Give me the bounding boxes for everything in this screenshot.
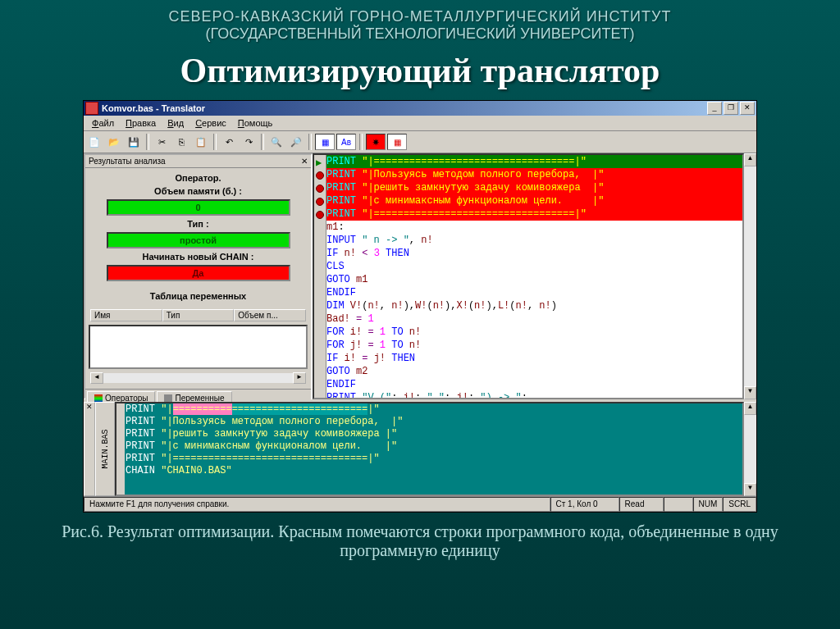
view-mode-2-icon[interactable]: Aв — [336, 134, 356, 150]
code-line[interactable]: PRINT "|с минимаксным функционалом цели.… — [326, 194, 742, 207]
code-line[interactable]: ENDIF — [326, 286, 742, 299]
paste-icon[interactable]: 📋 — [192, 133, 210, 151]
replace-icon[interactable]: 🔎 — [287, 133, 305, 151]
code-line[interactable]: PRINT "|Пользуясь методом полного перебо… — [326, 168, 742, 181]
menu-service[interactable]: Сервис — [190, 117, 231, 129]
minimize-button[interactable]: _ — [707, 102, 722, 115]
col-mem[interactable]: Объем п... — [234, 309, 306, 321]
panel-close-icon[interactable]: ✕ — [301, 157, 308, 166]
code-line[interactable]: PRINT "V ("; i!; ","; j!; ") -> "; — [326, 391, 742, 399]
code-line[interactable]: IF n! < 3 THEN — [326, 247, 742, 260]
slide-title: Оптимизирующий транслятор — [0, 47, 840, 100]
scroll-up-icon[interactable]: ▲ — [744, 402, 756, 415]
optimize-icon[interactable]: ✷ — [366, 134, 386, 150]
vartable-header: Имя Тип Объем п... — [90, 309, 306, 321]
code-line[interactable]: GOTO m2 — [326, 365, 742, 378]
code-vscrollbar[interactable]: ▲ ▼ — [744, 153, 756, 399]
copy-icon[interactable]: ⎘ — [172, 133, 190, 151]
figure-caption: Рис.6. Результат оптимизации. Красным по… — [0, 513, 840, 560]
window-title: Komvor.bas - Translator — [102, 103, 707, 113]
status-num: NUM — [693, 497, 724, 512]
status-position: Ст 1, Кол 0 — [550, 497, 619, 512]
breakpoint-icon[interactable] — [316, 171, 324, 180]
toolbar: 📄 📂 💾 ✂ ⎘ 📋 ↶ ↷ 🔍 🔎 ▦ Aв ✷ ▦ — [84, 131, 756, 153]
slide-header: СЕВЕРО-КАВКАЗСКИЙ ГОРНО-МЕТАЛЛУРГИЧЕСКИЙ… — [0, 0, 840, 47]
scroll-right-icon[interactable]: ► — [293, 372, 306, 384]
code-line[interactable]: IF i! = j! THEN — [326, 352, 742, 365]
menu-view[interactable]: Вид — [162, 117, 189, 129]
col-name[interactable]: Имя — [90, 309, 162, 321]
chain-label: Начинать новый CHAIN : — [143, 252, 254, 262]
new-icon[interactable]: 📄 — [85, 133, 103, 151]
scroll-down-icon[interactable]: ▼ — [744, 386, 756, 399]
memory-label: Объем памяти (б.) : — [154, 186, 242, 196]
code-line[interactable]: FOR j! = 1 TO n! — [326, 339, 742, 352]
output-line[interactable]: PRINT "|решить замкнутую задачу комивояж… — [126, 428, 742, 440]
output-side-tab[interactable]: MAIN.BAS — [95, 402, 115, 496]
code-line[interactable]: DIM V!(n!, n!),W!(n!),X!(n!),L!(n!, n!) — [326, 299, 742, 312]
output-code[interactable]: PRINT "|================================… — [115, 402, 744, 496]
output-line[interactable]: PRINT "|================================… — [126, 403, 742, 416]
operators-icon — [94, 394, 103, 403]
scroll-up-icon[interactable]: ▲ — [744, 153, 756, 166]
view-mode-1-icon[interactable]: ▦ — [315, 134, 335, 150]
type-label: Тип : — [187, 219, 208, 229]
type-value: простой — [107, 232, 290, 248]
breakpoint-icon[interactable] — [316, 198, 324, 206]
hscrollbar[interactable]: ◄ ► — [90, 372, 306, 384]
scroll-down-icon[interactable]: ▼ — [744, 483, 756, 496]
menu-edit[interactable]: Правка — [121, 117, 161, 129]
open-icon[interactable]: 📂 — [105, 133, 123, 151]
code-line[interactable]: GOTO m1 — [326, 273, 742, 286]
code-line[interactable]: CLS — [326, 260, 742, 273]
code-editor[interactable]: ▶PRINT "|===============================… — [313, 153, 744, 399]
run-icon[interactable]: ▦ — [387, 134, 407, 150]
current-line-icon: ▶ — [316, 157, 322, 170]
chain-value: Да — [107, 265, 290, 281]
status-mode: Read — [619, 497, 664, 512]
statusbar: Нажмите F1 для получения справки. Ст 1, … — [84, 496, 756, 512]
restore-button[interactable]: ❐ — [724, 102, 738, 115]
output-line[interactable]: PRINT "|Пользуясь методом полного перебо… — [126, 416, 742, 428]
output-line[interactable]: PRINT "|================================… — [126, 453, 742, 465]
breakpoint-icon[interactable] — [316, 211, 324, 219]
code-line[interactable]: PRINT "|================================… — [326, 207, 742, 221]
titlebar[interactable]: Komvor.bas - Translator _ ❐ ✕ — [84, 101, 756, 116]
vartable-body[interactable] — [89, 325, 308, 369]
vartable-label: Таблица переменных — [150, 291, 246, 301]
output-line[interactable]: CHAIN "CHAIN0.BAS" — [126, 465, 742, 477]
redo-icon[interactable]: ↷ — [240, 133, 258, 151]
memory-value: 0 — [107, 199, 290, 216]
undo-icon[interactable]: ↶ — [220, 133, 238, 151]
analysis-panel: Результаты анализа ✕ Оператор. Объем пам… — [84, 153, 313, 399]
breakpoint-icon[interactable] — [316, 185, 324, 193]
panel-titlebar[interactable]: Результаты анализа ✕ — [85, 155, 311, 168]
output-panel: ✕ MAIN.BAS PRINT "|=====================… — [84, 399, 756, 496]
output-close-icon[interactable]: ✕ — [84, 402, 95, 496]
find-icon[interactable]: 🔍 — [267, 133, 285, 151]
col-type[interactable]: Тип — [162, 309, 235, 321]
variables-icon — [164, 394, 172, 403]
menu-help[interactable]: Помощь — [233, 117, 278, 129]
code-line[interactable]: ENDIF — [326, 378, 742, 391]
close-button[interactable]: ✕ — [740, 102, 755, 115]
code-line[interactable]: FOR i! = 1 TO n! — [326, 326, 742, 339]
menubar: Файл Правка Вид Сервис Помощь — [84, 116, 756, 131]
scroll-left-icon[interactable]: ◄ — [90, 372, 103, 384]
code-line[interactable]: m1: — [326, 221, 742, 234]
app-window: Komvor.bas - Translator _ ❐ ✕ Файл Правк… — [83, 100, 757, 513]
operator-label: Оператор. — [176, 173, 221, 183]
status-hint: Нажмите F1 для получения справки. — [84, 497, 550, 512]
code-line[interactable]: PRINT "|решить замкнутую задачу комивояж… — [326, 181, 742, 194]
university-line-1: СЕВЕРО-КАВКАЗСКИЙ ГОРНО-МЕТАЛЛУРГИЧЕСКИЙ… — [16, 8, 824, 25]
output-line[interactable]: PRINT "|с минимаксным функционалом цели.… — [126, 440, 742, 453]
output-vscrollbar[interactable]: ▲ ▼ — [744, 402, 756, 496]
save-icon[interactable]: 💾 — [125, 133, 143, 151]
app-icon — [85, 102, 98, 115]
code-line[interactable]: Bad! = 1 — [326, 312, 742, 326]
menu-file[interactable]: Файл — [87, 117, 119, 129]
status-scrl: SCRL — [723, 497, 756, 512]
cut-icon[interactable]: ✂ — [153, 133, 171, 151]
code-line[interactable]: ▶PRINT "|===============================… — [326, 155, 742, 168]
code-line[interactable]: INPUT " n -> ", n! — [326, 234, 742, 247]
